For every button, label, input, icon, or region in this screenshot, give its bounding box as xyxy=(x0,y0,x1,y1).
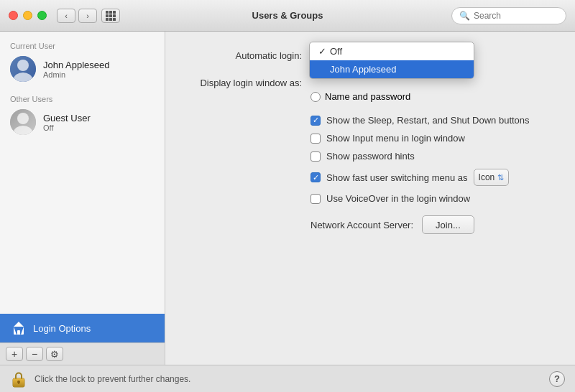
user-role-guest: Off xyxy=(43,123,91,132)
check-row-switching: Show fast user switching menu as Icon ⇅ xyxy=(187,169,553,186)
close-button[interactable] xyxy=(9,11,18,20)
grid-button[interactable] xyxy=(101,9,120,23)
sidebar-item-john-appleseed[interactable]: John Appleseed Admin xyxy=(0,52,165,86)
user-silhouette-icon xyxy=(10,56,36,82)
sidebar-toolbar: + − ⚙ xyxy=(0,342,165,365)
network-row: Network Account Server: Join... xyxy=(187,215,553,234)
sidebar-item-guest[interactable]: Guest User Off xyxy=(0,105,165,139)
remove-user-button[interactable]: − xyxy=(26,347,43,361)
content-area: Automatic login: Off ▼ ✓ Off John Apples… xyxy=(165,32,575,365)
check-label-voiceover: Use VoiceOver in the login window xyxy=(326,193,470,204)
switching-dropdown-label: Icon xyxy=(479,172,495,182)
svg-point-0 xyxy=(17,60,29,71)
titlebar: ‹ › Users & Groups 🔍 xyxy=(0,0,575,32)
check-row-input: Show Input menu in login window xyxy=(187,133,553,144)
check-label-sleep: Show the Sleep, Restart, and Shut Down b… xyxy=(326,115,530,126)
user-name-guest: Guest User xyxy=(43,113,91,123)
dropdown-item-john[interactable]: John Appleseed xyxy=(310,60,474,78)
help-button[interactable]: ? xyxy=(549,371,565,387)
check-label-hints: Show password hints xyxy=(326,151,415,162)
radio-circle-name xyxy=(310,92,321,102)
check-label-input: Show Input menu in login window xyxy=(326,133,465,144)
check-row-hints: Show password hints xyxy=(187,151,553,162)
switching-dropdown[interactable]: Icon ⇅ xyxy=(474,169,510,186)
svg-point-2 xyxy=(17,113,29,124)
automatic-login-popup: ✓ Off John Appleseed xyxy=(309,42,474,79)
checkmark-off: ✓ xyxy=(318,46,330,57)
bottom-bar: Click the lock to prevent further change… xyxy=(0,365,575,392)
current-user-label: Current User xyxy=(0,39,165,52)
house-icon xyxy=(10,319,27,337)
join-button[interactable]: Join... xyxy=(422,215,474,234)
other-users-label: Other Users xyxy=(0,92,165,105)
radio-name-password[interactable]: Name and password xyxy=(310,91,410,102)
add-user-button[interactable]: + xyxy=(6,347,23,361)
gear-button[interactable]: ⚙ xyxy=(46,347,63,361)
avatar-guest xyxy=(10,109,36,135)
avatar-img-john xyxy=(10,56,36,82)
bottom-lock-text: Click the lock to prevent further change… xyxy=(34,374,549,384)
search-icon: 🔍 xyxy=(459,11,470,21)
check-row-sleep: Show the Sleep, Restart, and Shut Down b… xyxy=(187,115,553,126)
user-info-john: John Appleseed Admin xyxy=(43,60,110,79)
lock-icon-wrap[interactable] xyxy=(10,370,27,388)
guest-silhouette-icon xyxy=(10,109,36,135)
check-row-voiceover: Use VoiceOver in the login window xyxy=(187,193,553,204)
network-label: Network Account Server: xyxy=(310,220,413,230)
minimize-button[interactable] xyxy=(23,11,32,20)
main-area: Current User John Appleseed Admin Other … xyxy=(0,32,575,365)
checkbox-voiceover[interactable] xyxy=(310,194,321,204)
avatar-img-guest xyxy=(10,109,36,135)
dropdown-item-john-label: John Appleseed xyxy=(330,64,397,75)
search-bar[interactable]: 🔍 xyxy=(451,7,566,24)
user-role-john: Admin xyxy=(43,70,110,79)
automatic-login-label: Automatic login: xyxy=(187,50,302,61)
user-info-guest: Guest User Off xyxy=(43,113,91,132)
display-login-row: Display login window as: xyxy=(187,78,553,88)
avatar-john xyxy=(10,56,36,82)
radio-name-password-label: Name and password xyxy=(325,91,410,102)
nav-buttons: ‹ › xyxy=(57,9,97,23)
dropdown-item-off[interactable]: ✓ Off xyxy=(310,42,474,60)
login-options-label: Login Options xyxy=(33,323,91,334)
grid-icon xyxy=(106,11,116,21)
traffic-lights xyxy=(9,11,47,20)
svg-rect-7 xyxy=(18,382,19,384)
automatic-login-dropdown-wrapper: Off ▼ ✓ Off John Appleseed xyxy=(310,46,454,65)
maximize-button[interactable] xyxy=(37,11,47,20)
window-title: Users & Groups xyxy=(252,10,323,21)
radio-row: Name and password xyxy=(187,91,553,102)
checkbox-input[interactable] xyxy=(310,134,321,144)
search-input[interactable] xyxy=(474,11,558,21)
user-name-john: John Appleseed xyxy=(43,60,110,70)
checkbox-sleep[interactable] xyxy=(310,116,321,126)
automatic-login-row: Automatic login: Off ▼ ✓ Off John Apples… xyxy=(187,46,553,65)
back-button[interactable]: ‹ xyxy=(57,9,75,23)
check-label-switching: Show fast user switching menu as xyxy=(326,172,468,183)
svg-point-3 xyxy=(14,126,32,135)
forward-button[interactable]: › xyxy=(78,9,97,23)
svg-point-1 xyxy=(14,73,32,82)
dropdown-item-off-label: Off xyxy=(330,46,342,57)
checkbox-hints[interactable] xyxy=(310,151,321,162)
display-login-label: Display login window as: xyxy=(187,78,302,88)
checkbox-switching[interactable] xyxy=(310,172,321,182)
sidebar: Current User John Appleseed Admin Other … xyxy=(0,32,165,365)
login-options-item[interactable]: Login Options xyxy=(0,314,165,342)
switching-dropdown-arrows-icon: ⇅ xyxy=(497,173,504,182)
lock-icon xyxy=(11,370,27,388)
